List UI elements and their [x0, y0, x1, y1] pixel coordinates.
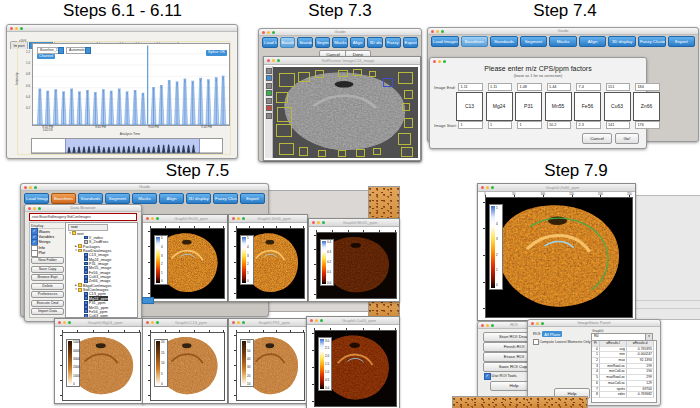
standard-roi-box[interactable]	[356, 149, 365, 157]
browse-expt-button[interactable]: Browse Expt	[31, 274, 64, 281]
close-icon[interactable]	[146, 217, 149, 220]
toolbar-button-export[interactable]: Export	[668, 36, 696, 47]
standard-roi-box[interactable]	[279, 143, 294, 155]
toolbar-button-3d-display[interactable]: 3D display	[367, 37, 383, 48]
mode-select-arrow-icon[interactable]	[85, 47, 91, 54]
zoom-icon[interactable]	[20, 27, 23, 30]
image-end-input-c13[interactable]: 1.11	[458, 83, 483, 91]
stats-table[interactable]: PtwResults.lwResults.d0avg0.7653951min-0…	[591, 340, 657, 403]
root-folder-select[interactable]: root	[68, 224, 108, 231]
brain-image[interactable]: 605040302010	[236, 332, 305, 401]
brain-image[interactable]: 500040003000200010000	[62, 332, 141, 401]
delete-button[interactable]: Delete	[31, 283, 64, 290]
toolbar-button-standards[interactable]: Standards	[78, 193, 103, 204]
image-window-titlebar[interactable]: Graph0:Fe56_ppm	[143, 215, 227, 223]
close-icon[interactable]	[232, 321, 235, 324]
save-copy-button[interactable]: Save Copy	[31, 266, 64, 273]
minimize-icon[interactable]	[33, 207, 36, 210]
image-end-input-fe56[interactable]: 7.4	[576, 83, 601, 91]
image-start-input-c13[interactable]: 1	[458, 121, 483, 129]
minimize-icon[interactable]	[317, 221, 320, 224]
tool-icon[interactable]	[266, 113, 272, 119]
minimize-icon[interactable]	[486, 324, 489, 327]
image-start-input-cu63[interactable]: 141	[606, 121, 631, 129]
selected-roi-box[interactable]	[383, 78, 393, 87]
guide-73-titlebar[interactable]: Guide	[259, 29, 421, 36]
tool-icon[interactable]	[266, 105, 272, 111]
standard-roi-box[interactable]	[398, 72, 413, 85]
toolbar-button-segment[interactable]: Segment	[105, 193, 130, 204]
brain-image[interactable]: 543210	[485, 197, 633, 318]
close-icon[interactable]	[267, 59, 270, 62]
toolbar-button-segment[interactable]: Segment	[315, 37, 331, 48]
image-start-input-p31[interactable]: 1	[517, 121, 542, 129]
standard-roi-box[interactable]	[398, 133, 412, 145]
channel-chip[interactable]: Channel	[37, 54, 55, 60]
standard-roi-box[interactable]	[318, 150, 326, 157]
toolbar-button-masks[interactable]: Masks	[132, 193, 157, 204]
minimize-icon[interactable]	[237, 217, 240, 220]
minimize-icon[interactable]	[315, 319, 318, 322]
brain-image[interactable]: 20151050	[150, 332, 225, 401]
roi-plane-select[interactable]: All Plane	[542, 331, 562, 337]
standard-roi-box[interactable]	[298, 72, 310, 82]
zoom-icon[interactable]	[34, 186, 37, 189]
standard-roi-box[interactable]	[338, 150, 346, 157]
preferences-button[interactable]: Preferences	[31, 291, 64, 298]
toolbar-button-load-images[interactable]: Load Images	[431, 36, 459, 47]
image-window-titlebar[interactable]: Graph0:Zn66_ppm	[478, 184, 635, 192]
standard-roi-box[interactable]	[373, 148, 381, 155]
stdreview-titlebar[interactable]: StdReview: ImageC13_image	[264, 57, 420, 65]
standard-roi-box[interactable]	[401, 147, 413, 157]
toolbar-button-baselines[interactable]: Baselines	[280, 37, 296, 48]
toolbar-button-fuzzy-cluster[interactable]: Fuzzy Cluster	[638, 36, 666, 47]
standard-roi-box[interactable]	[315, 70, 324, 78]
close-icon[interactable]	[58, 321, 61, 324]
minimize-icon[interactable]	[436, 30, 439, 33]
standard-roi-box[interactable]	[369, 71, 377, 78]
image-end-input-p31[interactable]: 1.08	[517, 83, 542, 91]
close-icon[interactable]	[262, 31, 265, 34]
toolbar-button-load-images[interactable]: Load Images	[24, 193, 49, 204]
toolbar-button-standards[interactable]: Standards	[297, 37, 313, 48]
zoom-icon[interactable]	[541, 322, 544, 325]
close-icon[interactable]	[481, 186, 484, 189]
image-start-input-fe56[interactable]: 2.3	[576, 121, 601, 129]
zoom-icon[interactable]	[272, 31, 275, 34]
splice-chip[interactable]: Splice OK	[206, 50, 227, 56]
minimize-icon[interactable]	[29, 186, 32, 189]
standard-roi-box[interactable]	[279, 73, 296, 87]
brain-image[interactable]: 3.02.52.01.51.00.50.0	[314, 330, 397, 407]
toolbar-button-export[interactable]: Export	[240, 193, 265, 204]
go-button[interactable]: Go!	[615, 133, 639, 144]
close-icon[interactable]	[312, 221, 315, 224]
image-end-input-mn55[interactable]: 1.44	[547, 83, 572, 91]
image-window-titlebar[interactable]: Graph0:P31_ppm	[229, 319, 307, 327]
standard-roi-box[interactable]	[402, 103, 410, 110]
minimize-icon[interactable]	[267, 31, 270, 34]
toolbar-button-fuzzy-cluster[interactable]: Fuzzy Cluster	[213, 193, 238, 204]
minimize-icon[interactable]	[151, 217, 154, 220]
toolbar-button-baselines[interactable]: Baselines	[461, 36, 489, 47]
execute-cmd-button[interactable]: Execute Cmd	[31, 300, 64, 307]
baseline-select-arrow-icon[interactable]	[58, 47, 64, 54]
tool-icon[interactable]	[266, 98, 272, 104]
toolbar-button-align[interactable]: Align	[579, 36, 607, 47]
tool-icon[interactable]	[266, 83, 272, 89]
close-icon[interactable]	[10, 27, 13, 30]
image-end-input-mg24[interactable]: 1.11	[488, 83, 513, 91]
close-icon[interactable]	[531, 322, 534, 325]
signal-plot[interactable]: Baseline_1 Automatic Channel Splice OK	[32, 43, 230, 126]
grayscale-brain-image[interactable]	[273, 67, 418, 158]
minimize-icon[interactable]	[15, 27, 18, 30]
image-end-input-zn66[interactable]: 184	[635, 83, 660, 91]
guide-75-titlebar[interactable]: Guide	[21, 184, 268, 191]
tool-icon[interactable]	[266, 68, 272, 74]
close-icon[interactable]	[310, 319, 313, 322]
toolbar-button-3d-display[interactable]: 3D display	[608, 36, 636, 47]
standard-roi-box[interactable]	[277, 107, 292, 122]
moments-checkbox[interactable]	[533, 339, 539, 345]
image-window-titlebar[interactable]: Graph0:Mn55_ppm	[309, 219, 399, 227]
image-window-titlebar[interactable]: Graph0:Mg24_ppm	[55, 319, 143, 327]
new-folder-button[interactable]: New Folder	[31, 257, 64, 264]
